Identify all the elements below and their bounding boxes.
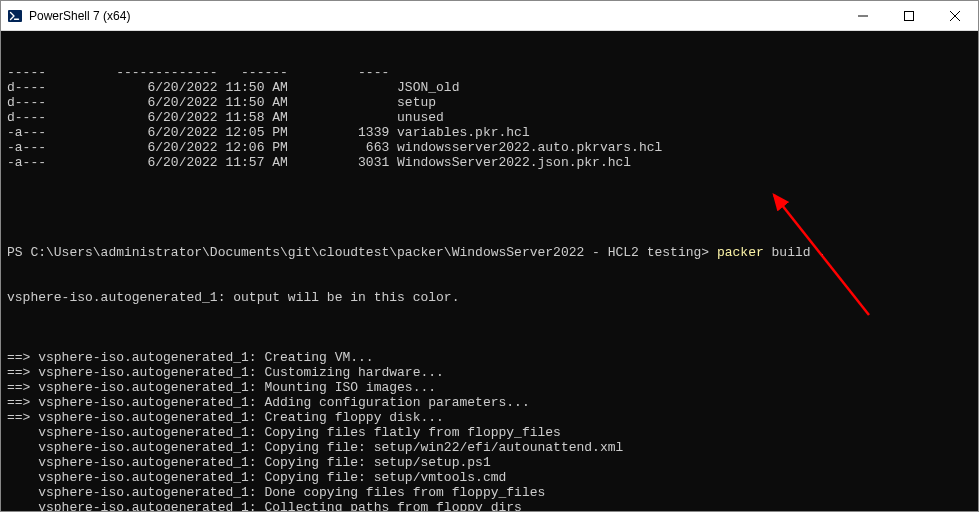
command-args: build .	[772, 245, 827, 260]
output-line: vsphere-iso.autogenerated_1: Copying fil…	[7, 425, 972, 440]
output-line	[7, 335, 972, 350]
listing-row: -a--- 6/20/2022 12:06 PM 663 windowsserv…	[7, 140, 972, 155]
output-line: ==> vsphere-iso.autogenerated_1: Mountin…	[7, 380, 972, 395]
blank-line	[7, 200, 972, 215]
packer-output: ==> vsphere-iso.autogenerated_1: Creatin…	[7, 335, 972, 511]
powershell-icon	[7, 8, 23, 24]
listing-row: d---- 6/20/2022 11:50 AM JSON_old	[7, 80, 972, 95]
minimize-button[interactable]	[840, 1, 886, 30]
maximize-button[interactable]	[886, 1, 932, 30]
output-line: vsphere-iso.autogenerated_1: Collecting …	[7, 500, 972, 511]
directory-listing: ----- ------------- ------ ---- d---- 6/…	[7, 65, 972, 170]
svg-rect-0	[8, 10, 22, 22]
output-line: vsphere-iso.autogenerated_1: Copying fil…	[7, 455, 972, 470]
listing-header-dashes: ----- ------------- ------ ----	[7, 65, 972, 80]
titlebar-left: PowerShell 7 (x64)	[1, 8, 130, 24]
window-controls	[840, 1, 978, 30]
terminal[interactable]: ----- ------------- ------ ---- d---- 6/…	[1, 31, 978, 511]
output-line: vsphere-iso.autogenerated_1: Copying fil…	[7, 470, 972, 485]
output-line: ==> vsphere-iso.autogenerated_1: Adding …	[7, 395, 972, 410]
titlebar[interactable]: PowerShell 7 (x64)	[1, 1, 978, 31]
listing-row: -a--- 6/20/2022 12:05 PM 1339 variables.…	[7, 125, 972, 140]
svg-rect-3	[905, 11, 914, 20]
listing-row: d---- 6/20/2022 11:50 AM setup	[7, 95, 972, 110]
output-line: vsphere-iso.autogenerated_1: Copying fil…	[7, 440, 972, 455]
color-notice: vsphere-iso.autogenerated_1: output will…	[7, 290, 972, 305]
output-line: ==> vsphere-iso.autogenerated_1: Creatin…	[7, 410, 972, 425]
output-line: vsphere-iso.autogenerated_1: Done copyin…	[7, 485, 972, 500]
command-packer: packer	[717, 245, 772, 260]
listing-row: -a--- 6/20/2022 11:57 AM 3031 WindowsSer…	[7, 155, 972, 170]
output-line: ==> vsphere-iso.autogenerated_1: Customi…	[7, 365, 972, 380]
close-button[interactable]	[932, 1, 978, 30]
output-line: ==> vsphere-iso.autogenerated_1: Creatin…	[7, 350, 972, 365]
listing-row: d---- 6/20/2022 11:58 AM unused	[7, 110, 972, 125]
window-frame: PowerShell 7 (x64) ----- ------------- -…	[0, 0, 979, 512]
window-title: PowerShell 7 (x64)	[29, 9, 130, 23]
prompt-line: PS C:\Users\administrator\Documents\git\…	[7, 245, 972, 260]
